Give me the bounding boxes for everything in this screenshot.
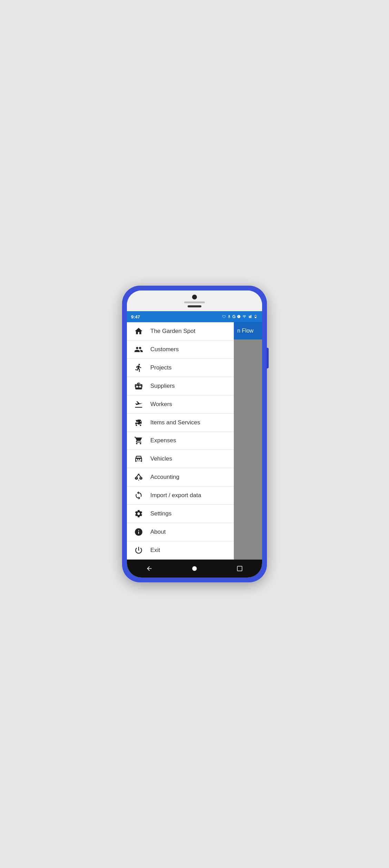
svg-rect-1 bbox=[250, 315, 251, 318]
screen-content: The Garden Spot Customers bbox=[127, 322, 262, 560]
drawer-label-suppliers: Suppliers bbox=[150, 383, 175, 389]
home-button[interactable] bbox=[189, 563, 200, 574]
app-background: n Flow bbox=[234, 322, 262, 560]
drawer-item-projects[interactable]: Projects bbox=[127, 359, 234, 377]
signal-status-icon bbox=[248, 315, 252, 319]
svg-rect-14 bbox=[237, 566, 242, 571]
screen: 9:47 🛡 G bbox=[127, 311, 262, 578]
sync-icon bbox=[132, 489, 145, 502]
status-time: 9:47 bbox=[131, 314, 140, 319]
drawer-item-expenses[interactable]: Expenses bbox=[127, 432, 234, 450]
drawer-label-items-services: Items and Services bbox=[150, 419, 200, 426]
drawer-label-customers: Customers bbox=[150, 346, 179, 353]
projects-icon bbox=[132, 362, 145, 374]
suppliers-icon bbox=[132, 380, 145, 392]
drawer-item-settings[interactable]: Settings bbox=[127, 505, 234, 523]
recent-apps-button[interactable] bbox=[235, 563, 245, 574]
download-status-icon bbox=[227, 315, 231, 319]
home-indicator bbox=[188, 305, 201, 307]
status-icons: 🛡 G bbox=[222, 314, 258, 319]
drawer-label-projects: Projects bbox=[150, 364, 171, 371]
camera bbox=[192, 295, 197, 299]
volume-button bbox=[267, 348, 269, 368]
drawer-label-home: The Garden Spot bbox=[150, 328, 195, 335]
drawer-item-suppliers[interactable]: Suppliers bbox=[127, 377, 234, 395]
drawer-label-import-export: Import / export data bbox=[150, 492, 201, 499]
google-status-icon: G bbox=[232, 314, 236, 319]
workers-icon bbox=[132, 398, 145, 411]
drawer-label-settings: Settings bbox=[150, 510, 171, 517]
svg-point-13 bbox=[192, 566, 197, 571]
forklift-icon bbox=[132, 416, 145, 429]
app-header: n Flow bbox=[234, 322, 262, 339]
phone-device: 9:47 🛡 G bbox=[122, 286, 267, 582]
drawer-label-workers: Workers bbox=[150, 401, 172, 408]
battery-status-icon bbox=[253, 315, 258, 319]
status-bar: 9:47 🛡 G bbox=[127, 311, 262, 322]
car-icon bbox=[132, 453, 145, 465]
drawer-label-accounting: Accounting bbox=[150, 474, 179, 481]
drawer-label-vehicles: Vehicles bbox=[150, 455, 172, 462]
drawer-item-import-export[interactable]: Import / export data bbox=[127, 486, 234, 505]
drawer-label-exit: Exit bbox=[150, 547, 160, 554]
drawer-label-about: About bbox=[150, 529, 166, 535]
power-icon bbox=[132, 544, 145, 556]
svg-rect-2 bbox=[249, 316, 250, 318]
drawer-item-vehicles[interactable]: Vehicles bbox=[127, 450, 234, 468]
settings-icon bbox=[132, 507, 145, 520]
drawer-item-about[interactable]: About bbox=[127, 523, 234, 541]
drawer-item-items-services[interactable]: Items and Services bbox=[127, 414, 234, 432]
app-header-title: n Flow bbox=[237, 328, 253, 334]
navigation-drawer: The Garden Spot Customers bbox=[127, 322, 234, 560]
phone-screen: 9:47 🛡 G bbox=[127, 290, 262, 578]
back-button[interactable] bbox=[144, 563, 154, 574]
shield-status-icon: 🛡 bbox=[222, 315, 226, 319]
drawer-item-exit[interactable]: Exit bbox=[127, 541, 234, 560]
svg-rect-0 bbox=[251, 315, 251, 318]
app-body bbox=[234, 339, 262, 560]
drawer-item-customers[interactable]: Customers bbox=[127, 341, 234, 359]
info-icon bbox=[132, 526, 145, 538]
wifi-status-icon bbox=[242, 315, 247, 319]
svg-rect-4 bbox=[255, 316, 256, 317]
home-icon bbox=[132, 325, 145, 337]
drawer-item-accounting[interactable]: Accounting bbox=[127, 468, 234, 486]
drawer-item-home[interactable]: The Garden Spot bbox=[127, 322, 234, 341]
blocked-status-icon bbox=[237, 315, 241, 319]
speaker bbox=[184, 302, 205, 303]
bottom-nav-bar bbox=[127, 560, 262, 578]
drawer-item-workers[interactable]: Workers bbox=[127, 395, 234, 414]
drawer-label-expenses: Expenses bbox=[150, 437, 176, 444]
scale-icon bbox=[132, 471, 145, 483]
cart-icon bbox=[132, 434, 145, 447]
top-bezel bbox=[127, 290, 262, 311]
customers-icon bbox=[132, 343, 145, 356]
